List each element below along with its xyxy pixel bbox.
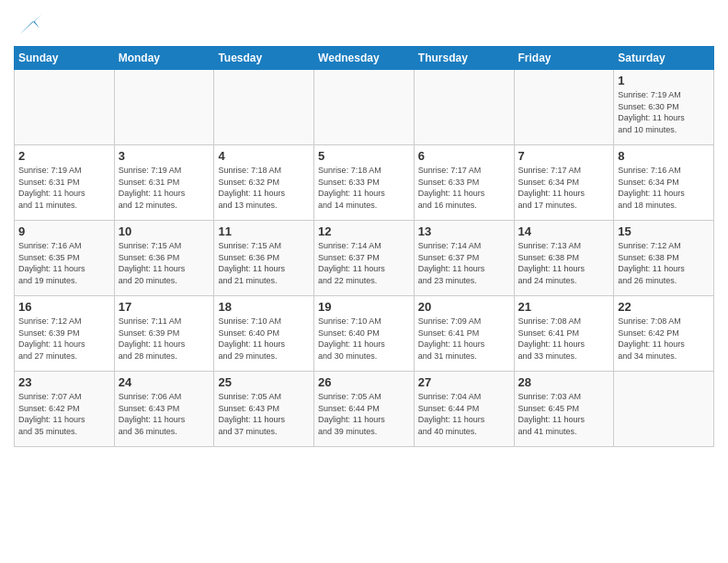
- day-info: Sunrise: 7:17 AMSunset: 6:34 PMDaylight:…: [518, 165, 610, 211]
- day-number: 6: [418, 149, 510, 163]
- day-cell: 6Sunrise: 7:17 AMSunset: 6:33 PMDaylight…: [414, 145, 514, 221]
- day-cell: 8Sunrise: 7:16 AMSunset: 6:34 PMDaylight…: [614, 145, 714, 221]
- day-number: 13: [418, 224, 510, 238]
- day-cell: 21Sunrise: 7:08 AMSunset: 6:41 PMDayligh…: [514, 296, 614, 372]
- day-info: Sunrise: 7:04 AMSunset: 6:44 PMDaylight:…: [418, 391, 510, 437]
- day-header-sunday: Sunday: [15, 47, 115, 70]
- day-cell: 23Sunrise: 7:07 AMSunset: 6:42 PMDayligh…: [15, 372, 115, 447]
- day-number: 3: [119, 149, 210, 163]
- day-cell: [114, 70, 214, 145]
- day-number: 23: [18, 375, 110, 389]
- day-info: Sunrise: 7:12 AMSunset: 6:38 PMDaylight:…: [618, 240, 710, 286]
- svg-marker-0: [20, 15, 41, 34]
- day-cell: 10Sunrise: 7:15 AMSunset: 6:36 PMDayligh…: [114, 221, 214, 296]
- day-info: Sunrise: 7:03 AMSunset: 6:45 PMDaylight:…: [518, 391, 610, 437]
- day-cell: [214, 70, 314, 145]
- day-info: Sunrise: 7:10 AMSunset: 6:40 PMDaylight:…: [318, 316, 410, 362]
- day-info: Sunrise: 7:14 AMSunset: 6:37 PMDaylight:…: [418, 240, 510, 286]
- day-cell: 25Sunrise: 7:05 AMSunset: 6:43 PMDayligh…: [214, 372, 314, 447]
- day-cell: 20Sunrise: 7:09 AMSunset: 6:41 PMDayligh…: [414, 296, 514, 372]
- day-info: Sunrise: 7:16 AMSunset: 6:34 PMDaylight:…: [618, 165, 710, 211]
- day-cell: 28Sunrise: 7:03 AMSunset: 6:45 PMDayligh…: [514, 372, 614, 447]
- day-info: Sunrise: 7:18 AMSunset: 6:32 PMDaylight:…: [218, 165, 310, 211]
- day-number: 2: [18, 149, 110, 163]
- day-number: 25: [218, 375, 310, 389]
- day-info: Sunrise: 7:17 AMSunset: 6:33 PMDaylight:…: [418, 165, 510, 211]
- day-cell: 5Sunrise: 7:18 AMSunset: 6:33 PMDaylight…: [314, 145, 415, 221]
- logo: [14, 13, 41, 39]
- day-cell: 15Sunrise: 7:12 AMSunset: 6:38 PMDayligh…: [614, 221, 714, 296]
- day-number: 12: [318, 224, 410, 238]
- day-cell: 12Sunrise: 7:14 AMSunset: 6:37 PMDayligh…: [314, 221, 415, 296]
- day-number: 8: [618, 149, 710, 163]
- day-cell: 26Sunrise: 7:05 AMSunset: 6:44 PMDayligh…: [314, 372, 415, 447]
- day-cell: 18Sunrise: 7:10 AMSunset: 6:40 PMDayligh…: [214, 296, 314, 372]
- day-number: 1: [618, 74, 710, 87]
- day-header-friday: Friday: [514, 47, 614, 70]
- day-number: 9: [18, 224, 110, 238]
- day-info: Sunrise: 7:13 AMSunset: 6:38 PMDaylight:…: [518, 240, 610, 286]
- day-number: 18: [218, 300, 310, 314]
- day-header-thursday: Thursday: [414, 47, 514, 70]
- day-info: Sunrise: 7:09 AMSunset: 6:41 PMDaylight:…: [418, 316, 510, 362]
- header-area: [14, 9, 714, 39]
- calendar-container: SundayMondayTuesdayWednesdayThursdayFrid…: [0, 0, 728, 456]
- day-cell: [414, 70, 514, 145]
- day-cell: 9Sunrise: 7:16 AMSunset: 6:35 PMDaylight…: [15, 221, 115, 296]
- day-cell: 4Sunrise: 7:18 AMSunset: 6:32 PMDaylight…: [214, 145, 314, 221]
- week-row-2: 9Sunrise: 7:16 AMSunset: 6:35 PMDaylight…: [15, 221, 714, 296]
- day-number: 5: [318, 149, 410, 163]
- day-info: Sunrise: 7:05 AMSunset: 6:44 PMDaylight:…: [318, 391, 410, 437]
- day-number: 21: [518, 300, 610, 314]
- week-row-4: 23Sunrise: 7:07 AMSunset: 6:42 PMDayligh…: [15, 372, 714, 447]
- logo-icon: [16, 13, 41, 39]
- calendar-table: SundayMondayTuesdayWednesdayThursdayFrid…: [14, 46, 714, 447]
- day-info: Sunrise: 7:19 AMSunset: 6:31 PMDaylight:…: [119, 165, 210, 211]
- week-row-1: 2Sunrise: 7:19 AMSunset: 6:31 PMDaylight…: [15, 145, 714, 221]
- day-cell: 3Sunrise: 7:19 AMSunset: 6:31 PMDaylight…: [114, 145, 214, 221]
- day-number: 28: [518, 375, 610, 389]
- day-cell: 24Sunrise: 7:06 AMSunset: 6:43 PMDayligh…: [114, 372, 214, 447]
- day-number: 15: [618, 224, 710, 238]
- day-info: Sunrise: 7:19 AMSunset: 6:31 PMDaylight:…: [18, 165, 110, 211]
- day-number: 7: [518, 149, 610, 163]
- day-number: 24: [119, 375, 210, 389]
- week-row-0: 1Sunrise: 7:19 AMSunset: 6:30 PMDaylight…: [15, 70, 714, 145]
- day-cell: [15, 70, 115, 145]
- day-number: 27: [418, 375, 510, 389]
- day-number: 26: [318, 375, 410, 389]
- day-header-saturday: Saturday: [614, 47, 714, 70]
- day-info: Sunrise: 7:10 AMSunset: 6:40 PMDaylight:…: [218, 316, 310, 362]
- day-number: 17: [119, 300, 210, 314]
- day-number: 16: [18, 300, 110, 314]
- day-header-monday: Monday: [114, 47, 214, 70]
- day-info: Sunrise: 7:08 AMSunset: 6:42 PMDaylight:…: [618, 316, 710, 362]
- day-number: 20: [418, 300, 510, 314]
- day-info: Sunrise: 7:14 AMSunset: 6:37 PMDaylight:…: [318, 240, 410, 286]
- day-number: 11: [218, 224, 310, 238]
- week-row-3: 16Sunrise: 7:12 AMSunset: 6:39 PMDayligh…: [15, 296, 714, 372]
- day-number: 10: [119, 224, 210, 238]
- day-info: Sunrise: 7:06 AMSunset: 6:43 PMDaylight:…: [119, 391, 210, 437]
- day-cell: [314, 70, 415, 145]
- day-cell: 7Sunrise: 7:17 AMSunset: 6:34 PMDaylight…: [514, 145, 614, 221]
- day-cell: [614, 372, 714, 447]
- day-info: Sunrise: 7:15 AMSunset: 6:36 PMDaylight:…: [218, 240, 310, 286]
- day-header-wednesday: Wednesday: [314, 47, 415, 70]
- day-number: 22: [618, 300, 710, 314]
- day-number: 4: [218, 149, 310, 163]
- day-info: Sunrise: 7:12 AMSunset: 6:39 PMDaylight:…: [18, 316, 110, 362]
- day-cell: 17Sunrise: 7:11 AMSunset: 6:39 PMDayligh…: [114, 296, 214, 372]
- day-header-tuesday: Tuesday: [214, 47, 314, 70]
- day-cell: 19Sunrise: 7:10 AMSunset: 6:40 PMDayligh…: [314, 296, 415, 372]
- day-cell: 14Sunrise: 7:13 AMSunset: 6:38 PMDayligh…: [514, 221, 614, 296]
- calendar-header-row: SundayMondayTuesdayWednesdayThursdayFrid…: [15, 47, 714, 70]
- day-number: 14: [518, 224, 610, 238]
- day-cell: 27Sunrise: 7:04 AMSunset: 6:44 PMDayligh…: [414, 372, 514, 447]
- day-info: Sunrise: 7:18 AMSunset: 6:33 PMDaylight:…: [318, 165, 410, 211]
- day-info: Sunrise: 7:11 AMSunset: 6:39 PMDaylight:…: [119, 316, 210, 362]
- day-info: Sunrise: 7:15 AMSunset: 6:36 PMDaylight:…: [119, 240, 210, 286]
- day-info: Sunrise: 7:07 AMSunset: 6:42 PMDaylight:…: [18, 391, 110, 437]
- day-cell: 2Sunrise: 7:19 AMSunset: 6:31 PMDaylight…: [15, 145, 115, 221]
- day-cell: 22Sunrise: 7:08 AMSunset: 6:42 PMDayligh…: [614, 296, 714, 372]
